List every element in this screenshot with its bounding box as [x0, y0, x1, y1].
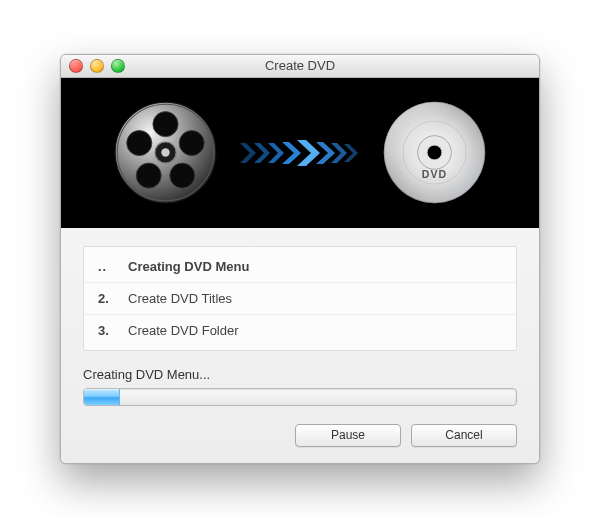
svg-point-7: [136, 163, 161, 188]
status-text: Creating DVD Menu...: [83, 367, 517, 382]
step-number: ..: [98, 259, 114, 274]
step-item: 3. Create DVD Folder: [84, 314, 516, 346]
step-item: 2. Create DVD Titles: [84, 282, 516, 314]
traffic-lights: [69, 59, 125, 73]
step-number: 2.: [98, 291, 114, 306]
titlebar: Create DVD: [61, 55, 539, 78]
dvd-disc-icon: DVD: [382, 100, 487, 205]
svg-point-3: [161, 148, 169, 156]
disc-label: DVD: [422, 168, 447, 180]
svg-point-5: [179, 130, 204, 155]
svg-point-6: [170, 163, 195, 188]
button-row: Pause Cancel: [83, 424, 517, 447]
content-area: .. Creating DVD Menu 2. Create DVD Title…: [61, 228, 539, 463]
steps-list: .. Creating DVD Menu 2. Create DVD Title…: [83, 246, 517, 351]
step-label: Create DVD Folder: [128, 323, 239, 338]
progress-bar: [83, 388, 517, 406]
cancel-button[interactable]: Cancel: [411, 424, 517, 447]
progress-fill: [84, 389, 120, 405]
hero-banner: DVD: [61, 78, 539, 228]
step-label: Creating DVD Menu: [128, 259, 249, 274]
svg-point-8: [127, 130, 152, 155]
dialog-window: Create DVD: [60, 54, 540, 464]
step-number: 3.: [98, 323, 114, 338]
step-item: .. Creating DVD Menu: [84, 251, 516, 282]
film-reel-icon: [113, 100, 218, 205]
arrow-sequence-icon: [240, 138, 360, 168]
minimize-icon[interactable]: [90, 59, 104, 73]
pause-button[interactable]: Pause: [295, 424, 401, 447]
close-icon[interactable]: [69, 59, 83, 73]
zoom-icon[interactable]: [111, 59, 125, 73]
svg-point-4: [153, 112, 178, 137]
step-label: Create DVD Titles: [128, 291, 232, 306]
window-title: Create DVD: [61, 58, 539, 73]
